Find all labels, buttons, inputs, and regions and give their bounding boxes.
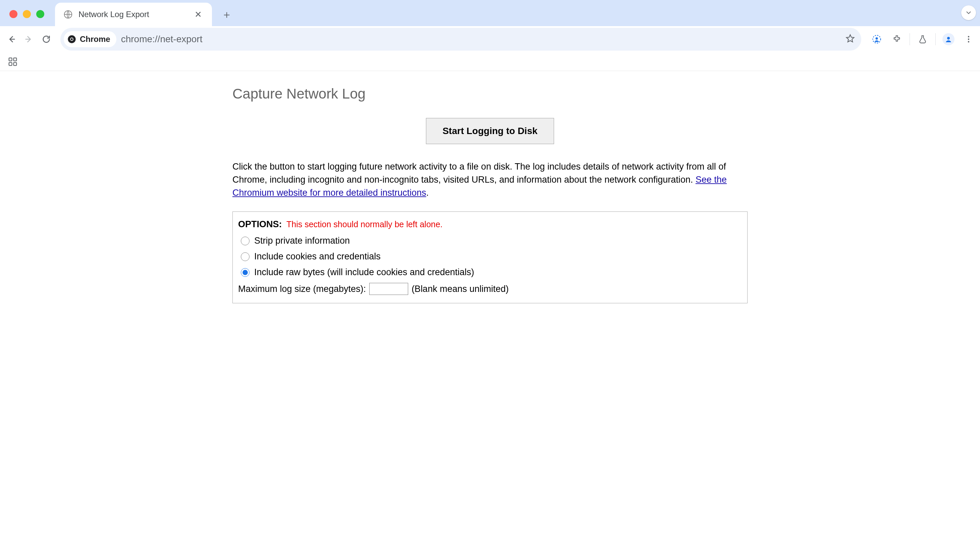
options-label: OPTIONS: bbox=[238, 219, 282, 229]
window-close-button[interactable] bbox=[10, 10, 18, 18]
kebab-icon bbox=[964, 35, 973, 43]
omnibox[interactable]: Chrome chrome://net-export bbox=[60, 28, 861, 51]
browser-chrome: Network Log Export ✕ ＋ Chrome bbox=[0, 0, 980, 71]
person-icon bbox=[945, 35, 953, 43]
window-controls bbox=[10, 10, 44, 18]
radio-include-raw-bytes[interactable]: Include raw bytes (will include cookies … bbox=[241, 267, 742, 278]
profile-badge-icon bbox=[872, 35, 882, 44]
description-part-2: . bbox=[426, 188, 429, 198]
divider bbox=[935, 33, 936, 45]
url-text: chrome://net-export bbox=[121, 34, 203, 45]
profile-button[interactable] bbox=[941, 32, 956, 47]
tab-strip: Network Log Export ✕ ＋ bbox=[0, 0, 980, 26]
svg-point-3 bbox=[71, 38, 73, 40]
options-warning: This section should normally be left alo… bbox=[286, 220, 443, 229]
apps-grid-icon bbox=[8, 57, 18, 67]
back-button[interactable] bbox=[4, 32, 19, 47]
max-log-size-hint: (Blank means unlimited) bbox=[412, 284, 509, 294]
extensions-button[interactable] bbox=[890, 32, 904, 47]
menu-button[interactable] bbox=[961, 32, 976, 47]
arrow-left-icon bbox=[7, 35, 16, 44]
options-box: OPTIONS: This section should normally be… bbox=[232, 212, 748, 303]
description-part-1: Click the button to start logging future… bbox=[232, 162, 726, 184]
flask-icon bbox=[918, 35, 927, 44]
svg-point-8 bbox=[968, 38, 969, 40]
window-minimize-button[interactable] bbox=[23, 10, 31, 18]
site-chip[interactable]: Chrome bbox=[64, 31, 116, 47]
star-icon bbox=[845, 34, 855, 43]
close-icon[interactable]: ✕ bbox=[193, 8, 204, 21]
svg-rect-11 bbox=[14, 58, 17, 61]
bookmark-button[interactable] bbox=[845, 34, 855, 45]
max-log-size-label: Maximum log size (megabytes): bbox=[238, 284, 366, 294]
labs-button[interactable] bbox=[915, 32, 930, 47]
radio-include-cookies[interactable]: Include cookies and credentials bbox=[241, 251, 742, 262]
window-dropdown-button[interactable] bbox=[961, 5, 976, 20]
radio-input-strip-private[interactable] bbox=[241, 237, 249, 245]
reload-icon bbox=[42, 35, 51, 44]
profile-sync-button[interactable] bbox=[869, 32, 884, 47]
tab-title: Network Log Export bbox=[79, 10, 187, 19]
svg-point-5 bbox=[876, 37, 878, 40]
chevron-down-icon bbox=[965, 9, 972, 16]
apps-button[interactable] bbox=[5, 54, 20, 69]
svg-point-6 bbox=[947, 37, 950, 40]
new-tab-button[interactable]: ＋ bbox=[217, 5, 236, 24]
radio-strip-private[interactable]: Strip private information bbox=[241, 236, 742, 246]
svg-rect-13 bbox=[14, 63, 17, 65]
toolbar: Chrome chrome://net-export bbox=[0, 26, 980, 52]
svg-point-9 bbox=[968, 41, 969, 42]
browser-tab[interactable]: Network Log Export ✕ bbox=[55, 3, 212, 26]
svg-point-7 bbox=[968, 36, 969, 37]
page-title: Capture Network Log bbox=[232, 86, 748, 102]
radio-input-include-raw-bytes[interactable] bbox=[241, 268, 249, 277]
site-chip-label: Chrome bbox=[80, 35, 110, 44]
max-log-size-input[interactable] bbox=[369, 283, 408, 295]
svg-rect-12 bbox=[9, 63, 12, 65]
arrow-right-icon bbox=[24, 35, 34, 44]
puzzle-icon bbox=[892, 35, 901, 44]
max-log-size-row: Maximum log size (megabytes): (Blank mea… bbox=[238, 283, 742, 295]
globe-icon bbox=[63, 10, 73, 19]
reload-button[interactable] bbox=[39, 32, 54, 47]
avatar bbox=[943, 33, 954, 45]
description-text: Click the button to start logging future… bbox=[232, 160, 748, 199]
start-logging-button[interactable]: Start Logging to Disk bbox=[426, 118, 554, 144]
toolbar-right bbox=[869, 32, 976, 47]
page-content: Capture Network Log Start Logging to Dis… bbox=[0, 71, 980, 303]
divider bbox=[909, 33, 910, 45]
radio-input-include-cookies[interactable] bbox=[241, 252, 249, 261]
radio-label: Include cookies and credentials bbox=[254, 251, 381, 262]
radio-label: Strip private information bbox=[254, 236, 350, 246]
svg-rect-10 bbox=[9, 58, 12, 61]
options-heading: OPTIONS: This section should normally be… bbox=[238, 219, 742, 229]
forward-button[interactable] bbox=[21, 32, 36, 47]
bookmarks-bar bbox=[0, 52, 980, 71]
radio-label: Include raw bytes (will include cookies … bbox=[254, 267, 474, 278]
window-maximize-button[interactable] bbox=[36, 10, 44, 18]
chrome-icon bbox=[67, 35, 76, 44]
